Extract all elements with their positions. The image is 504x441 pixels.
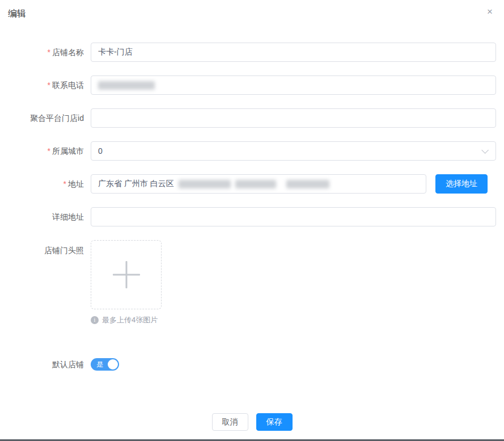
dialog-title: 编辑 [8, 9, 26, 18]
default-store-toggle[interactable]: 是 [91, 358, 119, 371]
required-asterisk: * [48, 48, 50, 57]
redacted-address-segment [235, 180, 276, 188]
address-label: *地址 [0, 174, 91, 194]
choose-address-button[interactable]: 选择地址 [435, 174, 488, 194]
form-row-phone: *联系电话 [0, 75, 504, 95]
toggle-knob [108, 359, 118, 369]
form-row-storefront-photo: 店铺门头照 i 最多上传4张图片 [0, 240, 504, 325]
storefront-photo-label: 店铺门头照 [0, 240, 91, 256]
phone-label: *联系电话 [0, 75, 91, 95]
info-icon: i [91, 316, 99, 324]
form-row-store-name: *店铺名称 [0, 43, 504, 62]
dialog-header: 编辑 × [0, 0, 504, 26]
city-select[interactable]: 0 [91, 141, 496, 161]
save-button[interactable]: 保存 [256, 413, 293, 431]
form-row-platform-store-id: 聚合平台门店id [0, 108, 504, 128]
required-asterisk: * [48, 81, 50, 90]
store-name-input[interactable] [91, 43, 496, 62]
edit-store-dialog: { "dialog": { "title": "编辑", "close_symb… [0, 0, 504, 441]
address-input[interactable]: 广东省 广州市 白云区 [91, 174, 426, 194]
city-select-value: 0 [98, 146, 477, 156]
required-asterisk: * [48, 146, 50, 156]
redacted-address-segment [179, 180, 231, 188]
form-row-address: *地址 广东省 广州市 白云区 选择地址 [0, 174, 504, 194]
photo-upload-button[interactable] [91, 240, 162, 309]
platform-store-id-label: 聚合平台门店id [0, 108, 91, 128]
form-row-detail-address: 详细地址 [0, 207, 504, 226]
default-store-label: 默认店铺 [0, 355, 91, 374]
phone-input[interactable] [91, 75, 496, 95]
detail-address-label: 详细地址 [0, 207, 91, 226]
form-row-default-store: 默认店铺 是 [0, 355, 504, 374]
redacted-phone-value [98, 81, 155, 90]
platform-store-id-input[interactable] [91, 108, 496, 128]
form-row-city: *所属城市 0 [0, 141, 504, 161]
redacted-address-segment [286, 180, 329, 188]
upload-hint: i 最多上传4张图片 [91, 315, 162, 325]
plus-icon [113, 261, 140, 288]
city-label: *所属城市 [0, 141, 91, 161]
chevron-down-icon [481, 146, 489, 154]
address-value-prefix: 广东省 广州市 白云区 [98, 179, 174, 189]
cancel-button[interactable]: 取消 [212, 413, 248, 431]
edit-store-form: *店铺名称 *联系电话 聚合平台门店id *所属城市 0 *地址 [0, 26, 504, 374]
toggle-on-label: 是 [96, 360, 103, 369]
close-icon[interactable]: × [484, 6, 496, 18]
store-name-label: *店铺名称 [0, 43, 91, 62]
required-asterisk: * [63, 179, 66, 188]
dialog-footer: 取消 保存 [0, 413, 504, 431]
detail-address-input[interactable] [91, 207, 496, 226]
upload-hint-text: 最多上传4张图片 [102, 315, 158, 325]
